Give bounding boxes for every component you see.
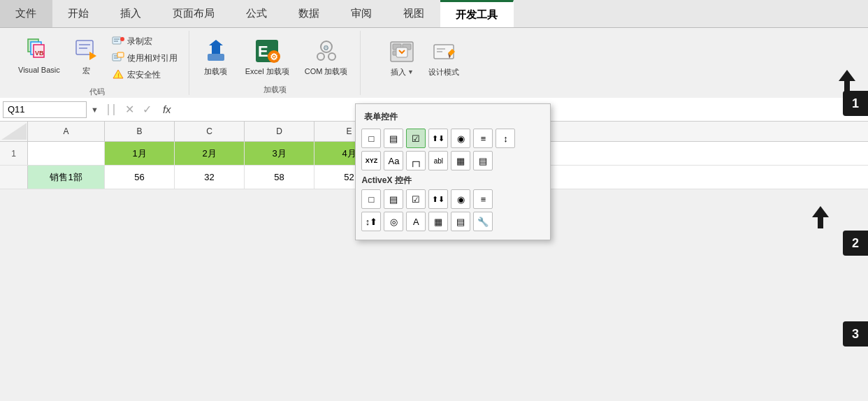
addins-group: 加载项 E ⚙ Excel 加载项 [189,31,361,95]
activex-row1: □ ▤ ☑ ⬆⬇ ◉ ≡ [361,189,544,209]
tab-file[interactable]: 文件 [0,0,52,27]
col-header-b[interactable]: B [105,122,175,141]
badge-3: 3 [843,321,868,347]
cell-b1[interactable]: 1月 [105,142,175,165]
form-ctrl-spinner[interactable]: ⬆⬇ [428,129,448,148]
macro-security-button[interactable]: ! 宏安全性 [109,67,180,82]
form-controls-row1: □ ▤ ☑ ⬆⬇ ◉ ≡ ↕ [361,129,544,148]
svg-rect-15 [117,52,124,57]
form-ctrl-groupbox[interactable]: ┌┐ [406,151,426,170]
form-ctrl-listbox[interactable]: ≡ [473,129,493,148]
relative-ref-icon [112,52,124,64]
form-ctrl-extra1[interactable]: ▦ [451,151,470,170]
tab-insert[interactable]: 插入 [105,0,157,27]
svg-rect-8 [113,37,121,44]
cell-a2[interactable]: 销售1部 [28,166,105,189]
design-mode-icon [430,38,458,66]
activex-ctrl-listbox[interactable]: ≡ [473,189,493,209]
record-macro-label: 录制宏 [127,36,152,48]
tab-formula[interactable]: 公式 [231,0,283,27]
svg-text:E: E [258,43,268,60]
tab-home[interactable]: 开始 [52,0,105,27]
form-ctrl-radio[interactable]: ◉ [451,129,470,148]
form-ctrl-label[interactable]: XYZ [361,151,381,170]
cell-b2[interactable]: 56 [105,166,175,189]
tab-page-layout[interactable]: 页面布局 [157,0,231,27]
design-mode-label: 设计模式 [428,67,459,78]
tab-developer[interactable]: 开发工具 [440,0,514,27]
relative-ref-label: 使用相对引用 [127,52,178,64]
row-header-1: 1 [0,142,28,165]
excel-addins-button[interactable]: E ⚙ Excel 加载项 [241,34,294,80]
cell-c2[interactable]: 32 [175,166,245,189]
col-header-c[interactable]: C [175,122,245,141]
com-addins-icon: ⚙ [312,37,340,65]
tab-view[interactable]: 视图 [388,0,440,27]
svg-text:⚙: ⚙ [270,52,278,62]
code-group-label: 代码 [89,87,105,97]
tab-data[interactable]: 数据 [283,0,335,27]
activex-ctrl-scroll[interactable]: ↕⬆ [361,212,381,231]
svg-rect-19 [208,54,224,61]
design-mode-button[interactable]: 设计模式 [424,35,463,80]
svg-point-26 [328,53,335,60]
com-addins-label: COM 加载项 [305,66,348,77]
activex-label: ActiveX 控件 [361,175,544,187]
tab-bar: 文件 开始 插入 页面布局 公式 数据 审阅 视图 开发工具 [0,0,868,28]
activex-ctrl-combobox[interactable]: ▤ [384,189,403,209]
col-header-a[interactable]: A [28,122,105,141]
form-controls-row2: XYZ Aa ┌┐ abl ▦ ▤ [361,151,544,170]
addins-button[interactable]: 加载项 [198,34,234,80]
macro-label: 宏 [82,66,90,76]
com-addins-button[interactable]: ⚙ COM 加载项 [301,34,352,80]
cell-ref-dropdown-arrow[interactable]: ▼ [89,105,100,114]
badge-2: 2 [843,231,868,256]
insert-control-button[interactable]: 插入 ▼ [384,35,420,80]
form-ctrl-scrollbar[interactable]: ↕ [496,129,515,148]
row-header-2 [0,166,28,189]
formula-divider [103,101,120,118]
col-header-d[interactable]: D [245,122,314,141]
relative-ref-button[interactable]: 使用相对引用 [109,50,180,66]
form-ctrl-extra2[interactable]: ▤ [473,151,493,170]
form-ctrl-abl[interactable]: abl [428,151,448,170]
activex-ctrl-grid[interactable]: ▦ [428,212,448,231]
form-controls-label: 表单控件 [361,110,544,124]
cell-d1[interactable]: 3月 [245,142,314,165]
cell-a1[interactable] [28,142,105,165]
code-buttons-stack: 录制宏 使用相对引用 [109,34,180,82]
activex-ctrl-spinner[interactable]: ⬆⬇ [428,189,448,209]
arrow-to-insert [812,206,829,231]
tab-review[interactable]: 审阅 [335,0,388,27]
insert-control-icon [388,38,416,66]
excel-addins-icon: E ⚙ [253,37,281,65]
svg-text:!: ! [117,72,120,79]
cell-d2[interactable]: 58 [245,166,314,189]
addins-label: 加载项 [204,66,227,77]
cell-c1[interactable]: 2月 [175,142,245,165]
form-ctrl-checkbox[interactable]: ☑ [406,129,426,148]
activex-ctrl-label[interactable]: A [406,212,426,231]
form-ctrl-editbox[interactable]: Aa [384,151,403,170]
svg-marker-38 [1,123,27,140]
excel-addins-label: Excel 加载项 [245,66,289,77]
formula-cancel-button[interactable]: ✕ [122,103,137,116]
activex-ctrl-image[interactable]: ◎ [384,212,403,231]
macro-icon [73,36,101,64]
activex-ctrl-extra[interactable]: ▤ [451,212,470,231]
activex-ctrl-radio[interactable]: ◉ [451,189,470,209]
controls-dropdown: 表单控件 □ ▤ ☑ ⬆⬇ ◉ ≡ ↕ XYZ Aa ┌┐ abl ▦ [355,103,551,240]
form-ctrl-combobox[interactable]: ▤ [384,129,403,148]
svg-marker-18 [209,40,223,54]
activex-ctrl-button[interactable]: □ [361,189,381,209]
macro-button[interactable]: 宏 [68,34,105,79]
record-macro-icon [112,35,124,48]
activex-ctrl-checkbox[interactable]: ☑ [406,189,426,209]
formula-confirm-button[interactable]: ✓ [140,103,154,116]
visual-basic-icon: VB [25,36,53,64]
form-ctrl-button[interactable]: □ [361,129,381,148]
activex-ctrl-tools[interactable]: 🔧 [473,212,493,231]
ribbon-content: VB Visual Basic 宏 [0,28,868,98]
visual-basic-button[interactable]: VB Visual Basic [14,34,64,77]
record-macro-button[interactable]: 录制宏 [109,34,180,49]
